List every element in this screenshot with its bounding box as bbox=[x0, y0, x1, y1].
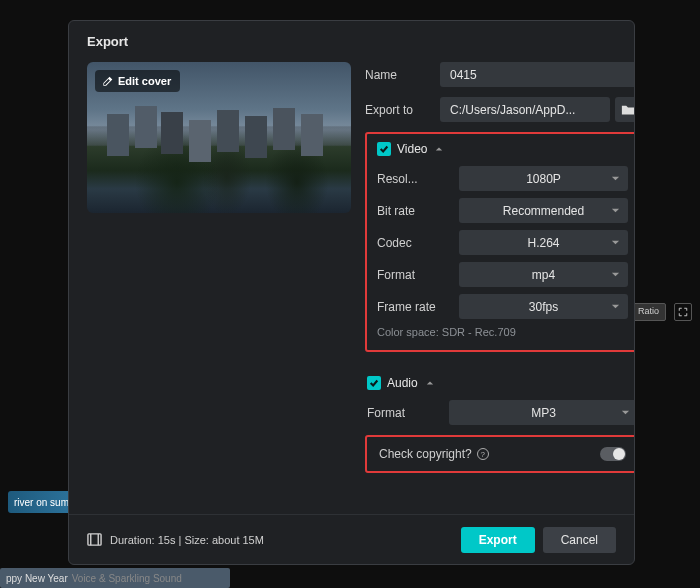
expand-icon[interactable] bbox=[674, 303, 692, 321]
audio-format-dropdown[interactable]: MP3 bbox=[449, 400, 634, 425]
video-format-dropdown[interactable]: mp4 bbox=[459, 262, 628, 287]
bitrate-dropdown[interactable]: Recommended bbox=[459, 198, 628, 223]
export-to-label: Export to bbox=[365, 103, 440, 117]
clip-subtitle: Voice & Sparkling Sound bbox=[72, 573, 182, 584]
export-button[interactable]: Export bbox=[461, 527, 535, 553]
chevron-up-icon bbox=[426, 379, 434, 387]
chevron-down-icon bbox=[611, 270, 620, 279]
audio-settings-section: Audio Format MP3 bbox=[365, 376, 634, 425]
name-label: Name bbox=[365, 68, 440, 82]
video-settings-section: Video Resol... 1080P Bit rate Recommende… bbox=[365, 132, 634, 352]
video-header-label: Video bbox=[397, 142, 427, 156]
resolution-label: Resol... bbox=[377, 172, 459, 186]
folder-icon bbox=[621, 103, 635, 117]
chevron-down-icon bbox=[611, 206, 620, 215]
cancel-button[interactable]: Cancel bbox=[543, 527, 616, 553]
edit-cover-button[interactable]: Edit cover bbox=[95, 70, 180, 92]
chevron-down-icon bbox=[611, 302, 620, 311]
modal-title: Export bbox=[69, 21, 634, 62]
copyright-section: Check copyright? ? bbox=[365, 435, 634, 473]
copyright-toggle[interactable] bbox=[600, 447, 626, 461]
bg-ratio-controls: Ratio bbox=[631, 303, 692, 321]
check-icon bbox=[379, 144, 389, 154]
duration-info: Duration: 15s | Size: about 15M bbox=[110, 534, 264, 546]
ratio-button[interactable]: Ratio bbox=[631, 303, 666, 321]
codec-dropdown[interactable]: H.264 bbox=[459, 230, 628, 255]
codec-label: Codec bbox=[377, 236, 459, 250]
film-icon bbox=[87, 532, 102, 547]
framerate-label: Frame rate bbox=[377, 300, 459, 314]
name-input[interactable] bbox=[440, 62, 634, 87]
export-modal: Export Edit cover Name Export to bbox=[68, 20, 635, 565]
framerate-dropdown[interactable]: 30fps bbox=[459, 294, 628, 319]
edit-cover-label: Edit cover bbox=[118, 75, 171, 87]
check-icon bbox=[369, 378, 379, 388]
resolution-dropdown[interactable]: 1080P bbox=[459, 166, 628, 191]
help-icon[interactable]: ? bbox=[477, 448, 489, 460]
audio-header-label: Audio bbox=[387, 376, 418, 390]
copyright-label: Check copyright? bbox=[379, 447, 472, 461]
clip-title: ppy New Year bbox=[6, 573, 68, 584]
chevron-up-icon bbox=[435, 145, 443, 153]
modal-footer: Duration: 15s | Size: about 15M Export C… bbox=[69, 514, 634, 564]
chevron-down-icon bbox=[611, 238, 620, 247]
export-path-input[interactable] bbox=[440, 97, 610, 122]
svg-rect-0 bbox=[88, 534, 101, 545]
timeline-clip[interactable]: ppy New Year Voice & Sparkling Sound bbox=[0, 568, 230, 588]
pencil-icon bbox=[102, 76, 113, 87]
chevron-down-icon bbox=[611, 174, 620, 183]
format-label: Format bbox=[377, 268, 459, 282]
bitrate-label: Bit rate bbox=[377, 204, 459, 218]
chevron-down-icon bbox=[621, 408, 630, 417]
cover-preview: Edit cover bbox=[87, 62, 351, 213]
audio-format-label: Format bbox=[367, 406, 449, 420]
video-checkbox[interactable] bbox=[377, 142, 391, 156]
browse-folder-button[interactable] bbox=[615, 97, 634, 122]
colorspace-info: Color space: SDR - Rec.709 bbox=[377, 326, 628, 338]
audio-checkbox[interactable] bbox=[367, 376, 381, 390]
